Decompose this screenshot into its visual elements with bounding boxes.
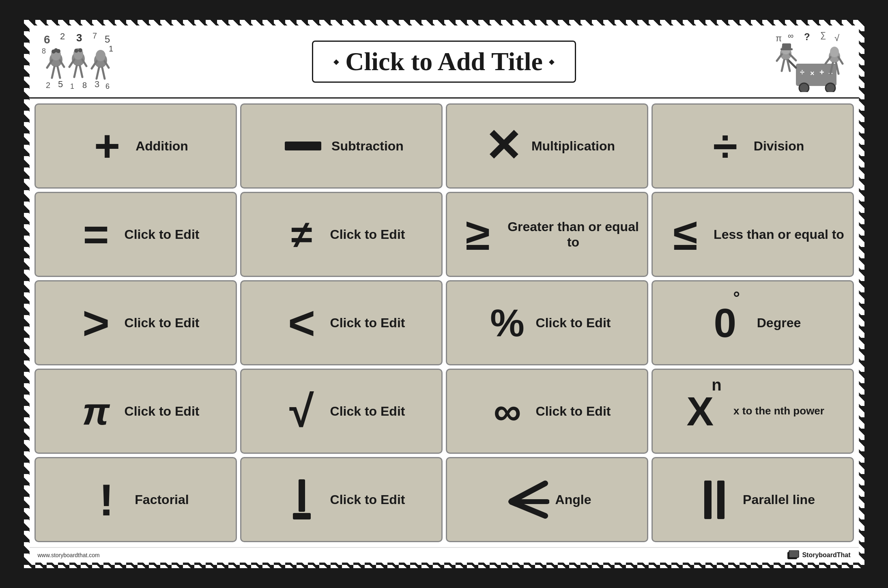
cell-angle[interactable]: Angle [446, 457, 648, 542]
cell-degree[interactable]: 0 ° Degree [651, 280, 854, 365]
absolute-symbol-area [277, 477, 326, 522]
less-than-symbol: < [288, 300, 315, 346]
footer: www.storyboardthat.com StoryboardThat [30, 547, 859, 562]
less-than-symbol-area: < [277, 300, 326, 346]
factorial-symbol: ! [99, 474, 114, 526]
svg-point-43 [826, 83, 835, 92]
gte-symbol: ≥ [465, 212, 490, 257]
parallel-bar-1 [704, 481, 712, 519]
svg-text:2: 2 [60, 31, 65, 41]
parallel-label: Parallel line [743, 492, 815, 507]
times-symbol: ✕ [484, 124, 522, 168]
n-super-symbol: n [712, 376, 721, 394]
greater-than-symbol-area: > [72, 300, 120, 346]
cell-nth-power[interactable]: X n x to the nth power [651, 369, 854, 454]
svg-text:3: 3 [76, 32, 82, 44]
lte-symbol: ≤ [673, 212, 697, 257]
svg-line-60 [839, 57, 843, 64]
svg-rect-64 [293, 513, 311, 519]
cell-equals[interactable]: = Click to Edit [34, 192, 237, 277]
svg-text:+: + [819, 68, 824, 77]
cell-factorial[interactable]: ! Factorial [34, 457, 237, 542]
svg-rect-63 [299, 479, 305, 512]
brand-area: StoryboardThat [787, 550, 850, 560]
gte-label: Greater than or equal to [506, 219, 641, 250]
multiplication-label: Multiplication [531, 138, 615, 154]
factorial-label: Factorial [135, 492, 189, 507]
brand-name: StoryboardThat [802, 552, 850, 559]
svg-text:7: 7 [92, 31, 97, 40]
svg-text:∞: ∞ [788, 31, 793, 40]
svg-point-25 [96, 50, 105, 61]
factorial-symbol-area: ! [82, 474, 131, 526]
svg-line-28 [97, 68, 99, 79]
x-letter-symbol: X [686, 388, 714, 435]
pi-symbol: π [82, 392, 110, 431]
not-equals-symbol-area: ≠ [277, 215, 326, 254]
minus-symbol [285, 142, 321, 150]
svg-line-20 [74, 66, 77, 77]
divide-symbol: ÷ [713, 124, 737, 168]
lte-label: Less than or equal to [714, 227, 844, 242]
svg-point-22 [74, 49, 78, 53]
multiplication-symbol-area: ✕ [479, 124, 527, 168]
cell-absolute[interactable]: Click to Edit [240, 457, 443, 542]
left-illustration: 6 2 3 7 5 8 1 [38, 30, 119, 93]
addition-symbol-area: + [83, 124, 131, 168]
svg-text:2: 2 [46, 81, 50, 90]
not-equals-symbol: ≠ [291, 215, 312, 254]
cell-less-than[interactable]: < Click to Edit [240, 280, 443, 365]
absolute-label: Click to Edit [330, 492, 405, 507]
cell-not-equals[interactable]: ≠ Click to Edit [240, 192, 443, 277]
absolute-value-symbol [290, 477, 314, 522]
svg-point-23 [78, 48, 82, 52]
degree-label: Degree [757, 315, 801, 330]
svg-line-21 [80, 66, 82, 77]
svg-line-54 [790, 54, 796, 60]
right-illustration: π ∞ ? ∑ √ ÷ × + − [770, 30, 851, 93]
sqrt-symbol-area: √ [277, 389, 326, 433]
svg-line-53 [777, 54, 782, 61]
website-url: www.storyboardthat.com [38, 552, 100, 558]
cell-division[interactable]: ÷ Division [651, 103, 854, 189]
svg-point-58 [830, 47, 839, 57]
percent-symbol-area: % [483, 304, 532, 342]
svg-text:5: 5 [58, 79, 63, 89]
cell-multiplication[interactable]: ✕ Multiplication [446, 103, 648, 189]
division-symbol-area: ÷ [701, 124, 750, 168]
svg-point-15 [54, 48, 58, 52]
svg-line-11 [52, 67, 54, 78]
cell-percent[interactable]: % Click to Edit [446, 280, 648, 365]
title-box[interactable]: Click to Add Title [312, 41, 576, 83]
cell-lte[interactable]: ≤ Less than or equal to [651, 192, 854, 277]
plus-symbol: + [94, 124, 120, 168]
angle-label: Angle [555, 492, 591, 507]
cell-sqrt[interactable]: √ Click to Edit [240, 369, 443, 454]
infinity-symbol: ∞ [494, 392, 521, 431]
cell-parallel[interactable]: Parallel line [651, 457, 854, 542]
cell-subtraction[interactable]: Subtraction [240, 103, 443, 189]
infinity-symbol-area: ∞ [483, 392, 532, 431]
angle-symbol-area [503, 479, 551, 520]
page-title[interactable]: Click to Add Title [345, 47, 543, 77]
gte-symbol-area: ≥ [454, 212, 502, 257]
cell-addition[interactable]: + Addition [34, 103, 237, 189]
cell-greater-than[interactable]: > Click to Edit [34, 280, 237, 365]
cell-gte[interactable]: ≥ Greater than or equal to [446, 192, 648, 277]
addition-label: Addition [135, 138, 188, 154]
svg-text:÷: ÷ [800, 68, 804, 77]
cell-infinity[interactable]: ∞ Click to Edit [446, 369, 648, 454]
svg-line-12 [58, 67, 60, 78]
sqrt-symbol: √ [289, 389, 314, 433]
storyboard-icon [787, 550, 800, 560]
svg-text:6: 6 [44, 33, 50, 46]
nth-power-symbol-area: X n [681, 388, 729, 435]
outer-border: 6 2 3 7 5 8 1 [18, 14, 870, 574]
cell-pi[interactable]: π Click to Edit [34, 369, 237, 454]
zero-symbol: 0 [714, 303, 737, 343]
parallel-symbol-area [690, 481, 739, 519]
inner-container: 6 2 3 7 5 8 1 [30, 26, 859, 562]
svg-text:1: 1 [109, 44, 113, 53]
nth-power-label: x to the nth power [733, 405, 824, 417]
svg-text:8: 8 [82, 81, 87, 90]
